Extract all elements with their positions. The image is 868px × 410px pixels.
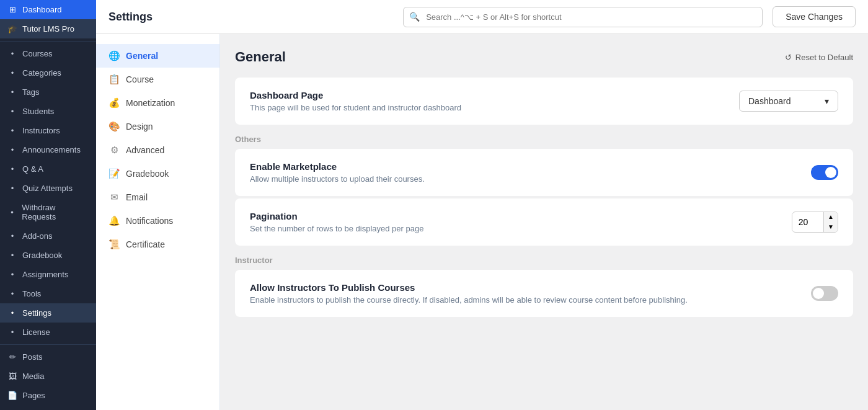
sidebar-item-instructors[interactable]: • Instructors [0, 121, 96, 140]
settings-nav-general[interactable]: 🌐 General [96, 44, 219, 68]
settings-nav-advanced[interactable]: ⚙ Advanced [96, 138, 219, 162]
sidebar-item-students-label: Students [22, 107, 54, 116]
courses-icon: • [7, 49, 17, 58]
sidebar: ⊞ Dashboard 🎓 Tutor LMS Pro • Courses• C… [0, 0, 96, 410]
add-ons-icon: • [7, 231, 17, 241]
settings-nav-design[interactable]: 🎨 Design [96, 115, 219, 138]
gradebook-nav-icon: 📝 [108, 168, 120, 179]
monetization-nav-icon: 💰 [108, 97, 120, 109]
sidebar-item-posts-label: Posts [22, 352, 43, 362]
reset-icon: ↺ [785, 53, 792, 62]
allow-publish-toggle[interactable] [811, 286, 838, 301]
reset-label: Reset to Default [795, 53, 853, 62]
main-content: General ↺ Reset to Default Dashboard Pag… [220, 34, 868, 410]
topbar: Settings 🔍 Save Changes [96, 0, 868, 34]
sidebar-item-assignments[interactable]: • Assignments [0, 265, 96, 284]
content-area: 🌐 General📋 Course💰 Monetization🎨 Design⚙… [96, 34, 868, 410]
sidebar-bottom: ✏ Posts🖼 Media📄 Pages💬 Comments [0, 347, 96, 410]
sidebar-item-announcements-label: Announcements [22, 145, 81, 154]
search-icon: 🔍 [409, 12, 420, 22]
settings-nav-course[interactable]: 📋 Course [96, 68, 219, 91]
certificate-nav-icon: 📜 [108, 239, 120, 250]
search-input[interactable] [403, 7, 763, 27]
dashboard-page-info: Dashboard Page This page will be used fo… [250, 90, 461, 112]
pagination-spinner[interactable]: ▲ ▼ [792, 212, 838, 233]
sidebar-item-comments[interactable]: 💬 Comments [0, 405, 96, 410]
allow-publish-row: Allow Instructors To Publish Courses Ena… [250, 282, 838, 305]
sidebar-item-gradebook[interactable]: • Gradebook [0, 246, 96, 265]
license-icon: • [7, 328, 17, 337]
section-title: General [235, 49, 286, 65]
settings-nav-notifications[interactable]: 🔔 Notifications [96, 209, 219, 233]
search-bar: 🔍 [403, 7, 763, 27]
settings-nav-email[interactable]: ✉ Email [96, 185, 219, 209]
reset-to-default-button[interactable]: ↺ Reset to Default [785, 53, 853, 62]
sidebar-item-quiz-attempts[interactable]: • Quiz Attempts [0, 179, 96, 198]
sidebar-item-media[interactable]: 🖼 Media [0, 367, 96, 386]
sidebar-item-add-ons[interactable]: • Add-ons [0, 226, 96, 246]
sidebar-item-categories[interactable]: • Categories [0, 63, 96, 82]
page-title: Settings [108, 11, 153, 24]
withdraw-requests-icon: • [7, 208, 17, 217]
sidebar-item-withdraw-requests[interactable]: • Withdraw Requests [0, 198, 96, 226]
pagination-card: Pagination Set the number of rows to be … [235, 198, 853, 246]
sidebar-item-settings[interactable]: • Settings [0, 303, 96, 323]
sidebar-item-tutor-label: Tutor LMS Pro [22, 24, 74, 33]
sidebar-item-tools[interactable]: • Tools [0, 284, 96, 303]
course-nav-icon: 📋 [108, 74, 120, 85]
allow-publish-info: Allow Instructors To Publish Courses Ena… [250, 282, 688, 305]
dashboard-page-dropdown[interactable]: Dashboard ▾ [739, 91, 838, 112]
save-changes-button[interactable]: Save Changes [773, 6, 856, 27]
categories-icon: • [7, 68, 17, 78]
sidebar-item-license-label: License [22, 328, 50, 337]
pagination-value[interactable] [792, 213, 823, 231]
design-nav-icon: 🎨 [108, 121, 120, 132]
spinner-up-button[interactable]: ▲ [824, 212, 838, 222]
dashboard-icon: ⊞ [7, 5, 17, 14]
pagination-description: Set the number of rows to be displayed p… [250, 224, 423, 233]
tutor-icon: 🎓 [7, 24, 17, 33]
sidebar-item-tools-label: Tools [22, 289, 41, 298]
announcements-icon: • [7, 145, 17, 154]
settings-nav-certificate[interactable]: 📜 Certificate [96, 233, 219, 256]
enable-marketplace-info: Enable Marketplace Allow multiple instru… [250, 161, 425, 184]
enable-marketplace-toggle[interactable] [811, 165, 838, 180]
allow-publish-description: Enable instructors to publish the course… [250, 295, 688, 305]
sidebar-item-tutor-lms-pro[interactable]: 🎓 Tutor LMS Pro [0, 19, 96, 38]
toggle-slider [811, 165, 838, 180]
sidebar-item-students[interactable]: • Students [0, 102, 96, 121]
settings-sidebar: 🌐 General📋 Course💰 Monetization🎨 Design⚙… [96, 34, 220, 410]
enable-marketplace-label: Enable Marketplace [250, 161, 425, 172]
settings-nav-gradebook[interactable]: 📝 Gradebook [96, 162, 219, 185]
sidebar-item-quiz-attempts-label: Quiz Attempts [22, 184, 73, 193]
dashboard-dropdown-value: Dashboard [748, 96, 791, 106]
sidebar-item-qa[interactable]: • Q & A [0, 159, 96, 179]
enable-marketplace-row: Enable Marketplace Allow multiple instru… [250, 161, 838, 184]
sidebar-item-pages[interactable]: 📄 Pages [0, 386, 96, 405]
sidebar-item-courses[interactable]: • Courses [0, 44, 96, 63]
email-nav-icon: ✉ [108, 192, 120, 203]
sidebar-item-add-ons-label: Add-ons [22, 231, 52, 241]
spinner-down-button[interactable]: ▼ [824, 222, 838, 232]
sidebar-item-announcements[interactable]: • Announcements [0, 140, 96, 159]
instructors-icon: • [7, 126, 17, 135]
settings-nav-design-label: Design [126, 122, 153, 131]
sidebar-nav: • Courses• Categories• Tags• Students• I… [0, 44, 96, 342]
pagination-label: Pagination [250, 211, 423, 221]
assignments-icon: • [7, 270, 17, 279]
allow-publish-slider [811, 286, 838, 301]
dashboard-page-row: Dashboard Page This page will be used fo… [250, 90, 838, 112]
settings-nav-general-label: General [126, 51, 158, 61]
sidebar-item-tags[interactable]: • Tags [0, 82, 96, 102]
sidebar-item-posts[interactable]: ✏ Posts [0, 347, 96, 367]
sidebar-item-dashboard[interactable]: ⊞ Dashboard [0, 0, 96, 19]
allow-publish-label: Allow Instructors To Publish Courses [250, 282, 688, 293]
settings-nav-monetization[interactable]: 💰 Monetization [96, 91, 219, 115]
sidebar-item-license[interactable]: • License [0, 323, 96, 342]
chevron-down-icon: ▾ [825, 96, 829, 106]
pagination-row: Pagination Set the number of rows to be … [250, 211, 838, 233]
tools-icon: • [7, 289, 17, 298]
pagination-info: Pagination Set the number of rows to be … [250, 211, 423, 233]
settings-nav-certificate-label: Certificate [126, 239, 165, 249]
sidebar-item-qa-label: Q & A [22, 164, 43, 174]
